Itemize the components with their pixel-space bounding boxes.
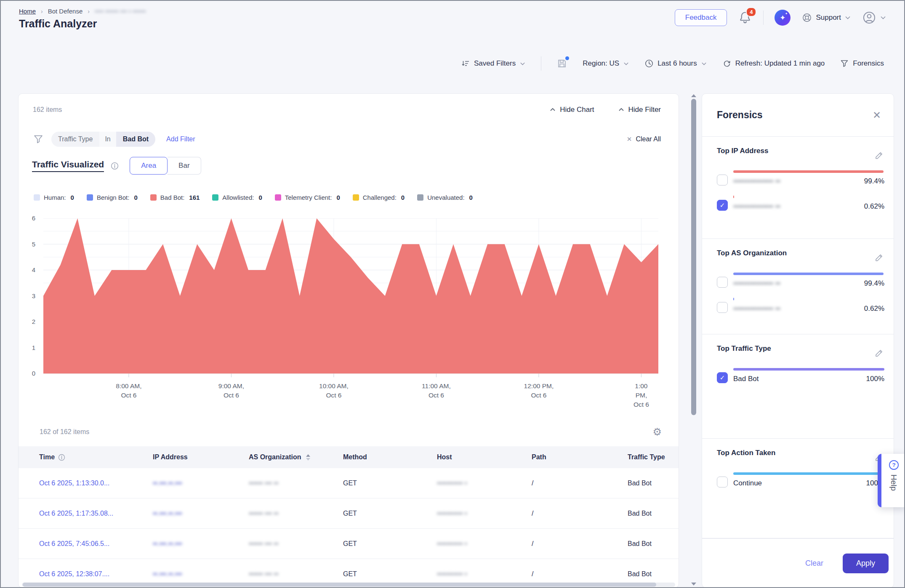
chart-type-bar-button[interactable]: Bar [168,157,201,175]
legend-swatch [87,194,93,201]
item-percent: 99.4% [864,279,884,288]
breadcrumb-home-link[interactable]: Home [19,8,36,15]
ai-assistant-button[interactable]: ✦ ✦ [775,10,791,26]
percent-bar [733,196,734,198]
info-icon[interactable] [58,454,65,461]
sparkle-mini-icon: ✦ [785,12,788,16]
checkbox[interactable] [717,175,728,185]
user-menu[interactable] [862,11,886,25]
column-header-as-organization[interactable]: AS Organization [249,453,343,461]
time-link[interactable]: Oct 6 2025, 7:45:06.5... [39,540,153,548]
checkbox[interactable]: ✓ [717,372,728,383]
edit-pencil-icon[interactable] [874,150,884,160]
apply-button[interactable]: Apply [843,554,889,573]
refresh-button[interactable]: Refresh: Updated 1 min ago [722,59,825,68]
checkbox[interactable] [717,477,728,487]
clear-all-button[interactable]: ✕ Clear All [627,135,661,143]
legend-item-bad-bot[interactable]: Bad Bot:161 [150,194,200,201]
svg-text:?: ? [892,462,895,468]
time-link[interactable]: Oct 6 2025, 12:38:07.... [39,570,153,578]
table-row[interactable]: Oct 6 2025, 1:13:30.0... ••.•••.••.••• •… [19,468,679,498]
legend-swatch [34,194,40,201]
forensics-toggle[interactable]: Forensics [840,59,884,68]
checkbox[interactable] [717,277,728,288]
forensics-section-top-traffic-type: Top Traffic Type ✓ Bad Bot 100% [702,334,894,439]
legend-item-telemetry-client[interactable]: Telemetry Client:0 [275,194,340,201]
chevron-down-icon [880,14,886,21]
filter-chip-value[interactable]: Bad Bot [116,132,155,147]
hide-filter-toggle[interactable]: Hide Filter [618,106,661,114]
feedback-button[interactable]: Feedback [675,9,727,26]
filter-chip: Traffic Type In Bad Bot [51,132,155,147]
as-org-cell: •••••• ••• •• [249,540,343,548]
column-header-traffic-type: Traffic Type [628,453,679,461]
legend-item-challenged[interactable]: Challenged:0 [353,194,405,201]
chevron-down-icon [623,61,629,67]
edit-pencil-icon[interactable] [874,348,884,358]
table-row[interactable]: Oct 6 2025, 12:38:07.... ••.•••.••.••• •… [19,559,679,583]
item-label: •••••••••••••••• •• [733,279,780,288]
x-tick-label: 1:00 PM,Oct 6 [633,381,650,409]
vertical-scrollbar-thumb[interactable] [691,99,696,415]
sort-arrows-icon[interactable] [306,454,310,461]
help-tab[interactable]: ? Help [878,454,905,507]
checkbox[interactable]: ✓ [717,200,728,211]
horizontal-scrollbar-thumb[interactable] [23,583,656,587]
legend-item-unevaluated[interactable]: Unevaluated:0 [417,194,473,201]
item-label: •••••••••••••••• •• [733,202,780,211]
saved-filters-dropdown[interactable]: Saved Filters [461,59,526,68]
table-body: Oct 6 2025, 1:13:30.0... ••.•••.••.••• •… [19,468,679,583]
header-divider [763,11,764,25]
help-label: Help [889,474,898,491]
scroll-down-arrow-icon[interactable] [691,583,696,585]
filter-chip-operator[interactable]: In [99,132,116,147]
hide-chart-toggle[interactable]: Hide Chart [549,106,594,114]
clear-button[interactable]: Clear [805,559,823,568]
close-icon[interactable]: ✕ [873,109,881,121]
table-settings-gear-icon[interactable]: ⚙ [652,427,662,437]
table-row[interactable]: Oct 6 2025, 1:17:35.08... ••.•••.••.••• … [19,498,679,529]
notifications-button[interactable]: 4 [738,11,752,25]
as-org-cell: •••••• ••• •• [249,570,343,578]
table-summary-row: 162 of 162 items ⚙ [40,427,662,437]
toolbar: Saved Filters Region: US La [461,56,884,71]
item-percent: 0.62% [864,305,884,313]
save-filter-button[interactable] [556,58,567,69]
legend-item-allowlisted[interactable]: Allowlisted:0 [212,194,262,201]
y-tick-label: 6 [19,215,35,222]
time-range-dropdown[interactable]: Last 6 hours [644,59,707,68]
time-link[interactable]: Oct 6 2025, 1:17:35.08... [39,510,153,517]
column-header-ip-address: IP Address [153,453,249,461]
percent-bar [733,472,884,475]
vertical-scrollbar[interactable] [691,94,696,585]
close-icon: ✕ [627,135,632,143]
traffic-type-cell: Bad Bot [628,570,679,578]
support-menu[interactable]: Support [801,12,851,23]
chart-type-area-button[interactable]: Area [130,157,168,175]
y-tick-label: 2 [19,318,35,325]
region-dropdown[interactable]: Region: US [583,59,629,68]
funnel-icon [840,59,849,68]
traffic-area-chart[interactable] [43,218,658,378]
time-link[interactable]: Oct 6 2025, 1:13:30.0... [39,479,153,487]
host-cell: ••••••••••• • [437,510,532,517]
edit-pencil-icon[interactable] [874,252,884,262]
filter-chip-field[interactable]: Traffic Type [51,132,99,147]
add-filter-button[interactable]: Add Filter [166,135,195,143]
chart-legend: Human:0 Benign Bot:0 Bad Bot:161 Allowli… [34,194,473,201]
legend-item-human[interactable]: Human:0 [34,194,74,201]
header-actions: Feedback 4 ✦ ✦ Support [675,9,886,26]
method-cell: GET [343,479,437,487]
legend-item-benign-bot[interactable]: Benign Bot:0 [87,194,138,201]
forensics-item: •••••••••••••••• •• 99.4% [717,273,884,288]
table-row[interactable]: Oct 6 2025, 7:45:06.5... ••.•••.••.••• •… [19,529,679,559]
info-icon[interactable] [111,162,119,170]
traffic-type-cell: Bad Bot [628,479,679,487]
clock-icon [644,59,654,68]
breadcrumb-section[interactable]: Bot Defense [48,8,83,15]
saved-filters-label: Saved Filters [474,59,516,68]
scroll-up-arrow-icon[interactable] [691,94,696,97]
horizontal-scrollbar[interactable] [22,583,675,587]
unsaved-changes-dot [565,56,569,60]
checkbox[interactable] [717,302,728,313]
